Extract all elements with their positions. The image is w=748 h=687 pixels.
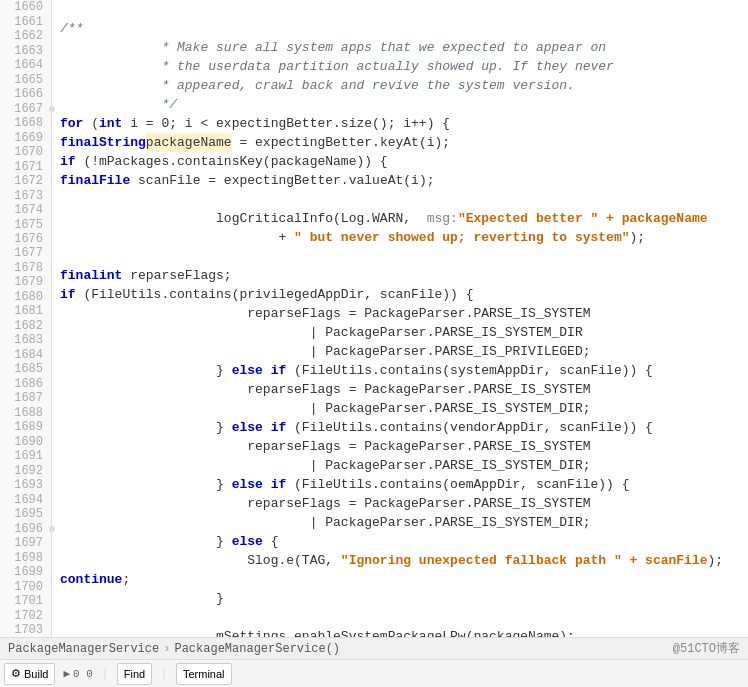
line-number: 1686: [0, 377, 51, 391]
line-number: 1682: [0, 319, 51, 333]
find-label: Find: [124, 668, 145, 680]
run-label: ▶ 0 0: [63, 667, 92, 680]
line-number: 1674: [0, 203, 51, 217]
line-number: 1691: [0, 449, 51, 463]
table-row: if (!mPackages.containsKey(packageName))…: [60, 152, 748, 171]
breadcrumb-bar: PackageManagerService › PackageManagerSe…: [0, 637, 748, 659]
breadcrumb-separator: ›: [163, 642, 170, 656]
table-row: reparseFlags = PackageParser.PARSE_IS_SY…: [60, 494, 748, 513]
line-number: 1670: [0, 145, 51, 159]
line-number: 1661: [0, 14, 51, 28]
line-number: 1684: [0, 348, 51, 362]
line-number: 1666: [0, 87, 51, 101]
table-row: final int reparseFlags;: [60, 266, 748, 285]
line-numbers: 1660166116621663166416651666166716681669…: [0, 0, 52, 637]
find-button[interactable]: Find: [117, 663, 152, 685]
line-number: 1696: [0, 521, 51, 535]
table-row: | PackageParser.PARSE_IS_SYSTEM_DIR: [60, 323, 748, 342]
run-counts: 0 0: [73, 668, 93, 680]
line-number: 1678: [0, 261, 51, 275]
table-row: | PackageParser.PARSE_IS_SYSTEM_DIR;: [60, 399, 748, 418]
table-row: */: [60, 95, 748, 114]
line-number: 1697: [0, 536, 51, 550]
line-number: 1667: [0, 101, 51, 115]
line-number: 1702: [0, 608, 51, 622]
table-row: } else if (FileUtils.contains(systemAppD…: [60, 361, 748, 380]
code-editor: 1660166116621663166416651666166716681669…: [0, 0, 748, 687]
line-number: 1690: [0, 435, 51, 449]
line-number: 1687: [0, 391, 51, 405]
table-row: /**: [60, 19, 748, 38]
table-row: } else if (FileUtils.contains(vendorAppD…: [60, 418, 748, 437]
table-row: [60, 247, 748, 266]
line-number: 1663: [0, 43, 51, 57]
table-row: for (int i = 0; i < expectingBetter.size…: [60, 114, 748, 133]
table-row: * Make sure all system apps that we expe…: [60, 38, 748, 57]
line-number: 1660: [0, 0, 51, 14]
line-number: 1668: [0, 116, 51, 130]
run-icon: ▶: [63, 667, 70, 680]
table-row: [60, 190, 748, 209]
table-row: final File scanFile = expectingBetter.va…: [60, 171, 748, 190]
table-row: [60, 608, 748, 627]
table-row: | PackageParser.PARSE_IS_SYSTEM_DIR;: [60, 456, 748, 475]
table-row: } else if (FileUtils.contains(oemAppDir,…: [60, 475, 748, 494]
table-row: final String packageName = expectingBett…: [60, 133, 748, 152]
line-number: 1669: [0, 130, 51, 144]
line-number: 1698: [0, 550, 51, 564]
line-number: 1673: [0, 188, 51, 202]
line-number: 1685: [0, 362, 51, 376]
line-number: 1675: [0, 217, 51, 231]
table-row: }: [60, 589, 748, 608]
line-number: 1665: [0, 72, 51, 86]
build-label: Build: [24, 668, 48, 680]
build-icon: ⚙: [11, 667, 21, 680]
line-number: 1703: [0, 623, 51, 637]
line-number: 1700: [0, 579, 51, 593]
breadcrumb-part2[interactable]: PackageManagerService(): [174, 642, 340, 656]
code-area[interactable]: /** * Make sure all system apps that we …: [52, 0, 748, 637]
line-number: 1693: [0, 478, 51, 492]
line-number: 1688: [0, 406, 51, 420]
table-row: * the userdata partition actually showed…: [60, 57, 748, 76]
table-row: } else {: [60, 532, 748, 551]
table-row: Slog.e(TAG, "Ignoring unexpected fallbac…: [60, 551, 748, 570]
breadcrumb-part1[interactable]: PackageManagerService: [8, 642, 159, 656]
line-number: 1664: [0, 58, 51, 72]
line-number: 1695: [0, 507, 51, 521]
line-number: 1683: [0, 333, 51, 347]
bottom-toolbar: ⚙ Build ▶ 0 0 | Find | Terminal: [0, 659, 748, 687]
line-number: 1676: [0, 232, 51, 246]
line-number: 1689: [0, 420, 51, 434]
line-number: 1699: [0, 565, 51, 579]
table-row: reparseFlags = PackageParser.PARSE_IS_SY…: [60, 380, 748, 399]
table-row: [60, 0, 748, 19]
table-row: if (FileUtils.contains(privilegedAppDir,…: [60, 285, 748, 304]
line-number: 1701: [0, 594, 51, 608]
terminal-button[interactable]: Terminal: [176, 663, 232, 685]
build-button[interactable]: ⚙ Build: [4, 663, 55, 685]
table-row: + " but never showed up; reverting to sy…: [60, 228, 748, 247]
table-row: mSettings.enableSystemPackageLPw(package…: [60, 627, 748, 637]
terminal-label: Terminal: [183, 668, 225, 680]
table-row: continue;: [60, 570, 748, 589]
table-row: reparseFlags = PackageParser.PARSE_IS_SY…: [60, 304, 748, 323]
table-row: | PackageParser.PARSE_IS_PRIVILEGED;: [60, 342, 748, 361]
table-row: * appeared, crawl back and revive the sy…: [60, 76, 748, 95]
table-row: | PackageParser.PARSE_IS_SYSTEM_DIR;: [60, 513, 748, 532]
line-number: 1679: [0, 275, 51, 289]
line-number: 1672: [0, 174, 51, 188]
table-row: reparseFlags = PackageParser.PARSE_IS_SY…: [60, 437, 748, 456]
site-label: @51CTO博客: [673, 640, 740, 657]
line-number: 1662: [0, 29, 51, 43]
line-number: 1680: [0, 290, 51, 304]
line-number: 1681: [0, 304, 51, 318]
line-number: 1694: [0, 492, 51, 506]
line-number: 1671: [0, 159, 51, 173]
line-number: 1677: [0, 246, 51, 260]
table-row: logCriticalInfo(Log.WARN, msg: "Expected…: [60, 209, 748, 228]
line-number: 1692: [0, 464, 51, 478]
